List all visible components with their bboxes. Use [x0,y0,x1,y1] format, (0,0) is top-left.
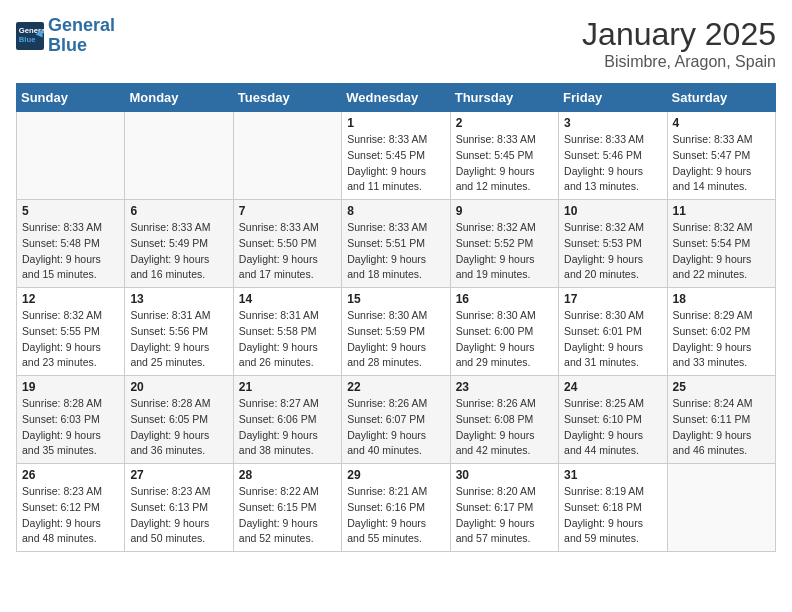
day-detail: Sunrise: 8:30 AMSunset: 5:59 PMDaylight:… [347,308,444,371]
day-number: 22 [347,380,444,394]
day-detail: Sunrise: 8:33 AMSunset: 5:46 PMDaylight:… [564,132,661,195]
calendar-cell: 19 Sunrise: 8:28 AMSunset: 6:03 PMDaylig… [17,376,125,464]
calendar-table: SundayMondayTuesdayWednesdayThursdayFrid… [16,83,776,552]
calendar-cell: 17 Sunrise: 8:30 AMSunset: 6:01 PMDaylig… [559,288,667,376]
calendar-cell: 18 Sunrise: 8:29 AMSunset: 6:02 PMDaylig… [667,288,775,376]
calendar-week-row: 1 Sunrise: 8:33 AMSunset: 5:45 PMDayligh… [17,112,776,200]
calendar-cell: 23 Sunrise: 8:26 AMSunset: 6:08 PMDaylig… [450,376,558,464]
calendar-cell: 21 Sunrise: 8:27 AMSunset: 6:06 PMDaylig… [233,376,341,464]
calendar-cell: 29 Sunrise: 8:21 AMSunset: 6:16 PMDaylig… [342,464,450,552]
calendar-cell: 2 Sunrise: 8:33 AMSunset: 5:45 PMDayligh… [450,112,558,200]
calendar-cell: 13 Sunrise: 8:31 AMSunset: 5:56 PMDaylig… [125,288,233,376]
day-number: 15 [347,292,444,306]
day-detail: Sunrise: 8:30 AMSunset: 6:01 PMDaylight:… [564,308,661,371]
weekday-header-thursday: Thursday [450,84,558,112]
day-number: 20 [130,380,227,394]
calendar-cell: 20 Sunrise: 8:28 AMSunset: 6:05 PMDaylig… [125,376,233,464]
calendar-cell: 11 Sunrise: 8:32 AMSunset: 5:54 PMDaylig… [667,200,775,288]
page-header: General Blue General Blue January 2025 B… [16,16,776,71]
day-detail: Sunrise: 8:31 AMSunset: 5:56 PMDaylight:… [130,308,227,371]
day-detail: Sunrise: 8:28 AMSunset: 6:03 PMDaylight:… [22,396,119,459]
day-number: 19 [22,380,119,394]
day-detail: Sunrise: 8:33 AMSunset: 5:48 PMDaylight:… [22,220,119,283]
calendar-week-row: 26 Sunrise: 8:23 AMSunset: 6:12 PMDaylig… [17,464,776,552]
weekday-header-row: SundayMondayTuesdayWednesdayThursdayFrid… [17,84,776,112]
day-detail: Sunrise: 8:20 AMSunset: 6:17 PMDaylight:… [456,484,553,547]
day-detail: Sunrise: 8:33 AMSunset: 5:50 PMDaylight:… [239,220,336,283]
calendar-cell: 30 Sunrise: 8:20 AMSunset: 6:17 PMDaylig… [450,464,558,552]
day-detail: Sunrise: 8:23 AMSunset: 6:12 PMDaylight:… [22,484,119,547]
day-number: 9 [456,204,553,218]
day-detail: Sunrise: 8:23 AMSunset: 6:13 PMDaylight:… [130,484,227,547]
day-number: 10 [564,204,661,218]
calendar-cell: 31 Sunrise: 8:19 AMSunset: 6:18 PMDaylig… [559,464,667,552]
day-number: 14 [239,292,336,306]
day-detail: Sunrise: 8:21 AMSunset: 6:16 PMDaylight:… [347,484,444,547]
calendar-subtitle: Bisimbre, Aragon, Spain [582,53,776,71]
day-number: 5 [22,204,119,218]
calendar-cell: 1 Sunrise: 8:33 AMSunset: 5:45 PMDayligh… [342,112,450,200]
day-number: 7 [239,204,336,218]
day-detail: Sunrise: 8:33 AMSunset: 5:47 PMDaylight:… [673,132,770,195]
day-detail: Sunrise: 8:24 AMSunset: 6:11 PMDaylight:… [673,396,770,459]
calendar-cell: 3 Sunrise: 8:33 AMSunset: 5:46 PMDayligh… [559,112,667,200]
day-number: 17 [564,292,661,306]
calendar-cell: 6 Sunrise: 8:33 AMSunset: 5:49 PMDayligh… [125,200,233,288]
day-detail: Sunrise: 8:26 AMSunset: 6:07 PMDaylight:… [347,396,444,459]
calendar-cell: 22 Sunrise: 8:26 AMSunset: 6:07 PMDaylig… [342,376,450,464]
calendar-cell: 16 Sunrise: 8:30 AMSunset: 6:00 PMDaylig… [450,288,558,376]
logo-icon: General Blue [16,22,44,50]
weekday-header-saturday: Saturday [667,84,775,112]
calendar-cell: 15 Sunrise: 8:30 AMSunset: 5:59 PMDaylig… [342,288,450,376]
logo-line1: General [48,15,115,35]
day-number: 16 [456,292,553,306]
calendar-cell: 10 Sunrise: 8:32 AMSunset: 5:53 PMDaylig… [559,200,667,288]
day-detail: Sunrise: 8:33 AMSunset: 5:45 PMDaylight:… [456,132,553,195]
calendar-week-row: 12 Sunrise: 8:32 AMSunset: 5:55 PMDaylig… [17,288,776,376]
weekday-header-sunday: Sunday [17,84,125,112]
calendar-cell: 7 Sunrise: 8:33 AMSunset: 5:50 PMDayligh… [233,200,341,288]
day-number: 21 [239,380,336,394]
day-number: 28 [239,468,336,482]
calendar-cell: 5 Sunrise: 8:33 AMSunset: 5:48 PMDayligh… [17,200,125,288]
calendar-cell [17,112,125,200]
day-number: 8 [347,204,444,218]
day-number: 18 [673,292,770,306]
calendar-title: January 2025 [582,16,776,53]
day-number: 2 [456,116,553,130]
calendar-cell [233,112,341,200]
weekday-header-friday: Friday [559,84,667,112]
calendar-cell: 24 Sunrise: 8:25 AMSunset: 6:10 PMDaylig… [559,376,667,464]
day-number: 3 [564,116,661,130]
day-detail: Sunrise: 8:33 AMSunset: 5:45 PMDaylight:… [347,132,444,195]
day-number: 13 [130,292,227,306]
day-detail: Sunrise: 8:26 AMSunset: 6:08 PMDaylight:… [456,396,553,459]
day-detail: Sunrise: 8:30 AMSunset: 6:00 PMDaylight:… [456,308,553,371]
calendar-cell: 12 Sunrise: 8:32 AMSunset: 5:55 PMDaylig… [17,288,125,376]
weekday-header-tuesday: Tuesday [233,84,341,112]
day-detail: Sunrise: 8:33 AMSunset: 5:51 PMDaylight:… [347,220,444,283]
day-detail: Sunrise: 8:19 AMSunset: 6:18 PMDaylight:… [564,484,661,547]
day-detail: Sunrise: 8:33 AMSunset: 5:49 PMDaylight:… [130,220,227,283]
day-number: 12 [22,292,119,306]
day-detail: Sunrise: 8:32 AMSunset: 5:55 PMDaylight:… [22,308,119,371]
calendar-cell: 26 Sunrise: 8:23 AMSunset: 6:12 PMDaylig… [17,464,125,552]
calendar-cell [125,112,233,200]
weekday-header-monday: Monday [125,84,233,112]
day-number: 23 [456,380,553,394]
day-detail: Sunrise: 8:32 AMSunset: 5:53 PMDaylight:… [564,220,661,283]
calendar-cell: 14 Sunrise: 8:31 AMSunset: 5:58 PMDaylig… [233,288,341,376]
day-number: 26 [22,468,119,482]
day-number: 25 [673,380,770,394]
day-number: 1 [347,116,444,130]
day-detail: Sunrise: 8:32 AMSunset: 5:54 PMDaylight:… [673,220,770,283]
logo-line2: Blue [48,35,87,55]
day-detail: Sunrise: 8:31 AMSunset: 5:58 PMDaylight:… [239,308,336,371]
calendar-cell: 9 Sunrise: 8:32 AMSunset: 5:52 PMDayligh… [450,200,558,288]
calendar-cell: 8 Sunrise: 8:33 AMSunset: 5:51 PMDayligh… [342,200,450,288]
logo-text: General Blue [48,16,115,56]
day-detail: Sunrise: 8:32 AMSunset: 5:52 PMDaylight:… [456,220,553,283]
day-number: 24 [564,380,661,394]
day-detail: Sunrise: 8:28 AMSunset: 6:05 PMDaylight:… [130,396,227,459]
day-number: 11 [673,204,770,218]
